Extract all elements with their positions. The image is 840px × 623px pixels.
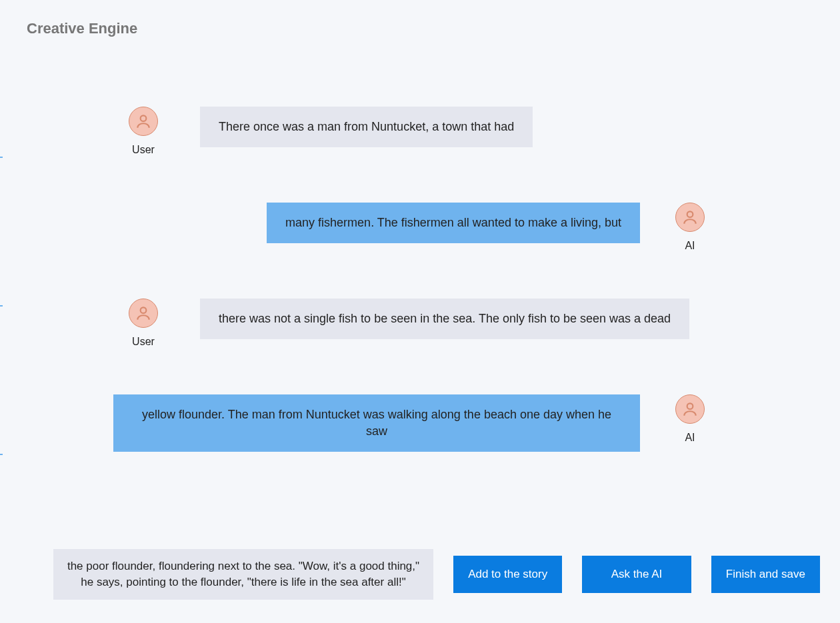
svg-point-3	[687, 403, 693, 409]
ai-avatar-icon	[675, 394, 705, 424]
message-ai: yellow flounder. The man from Nuntucket …	[113, 394, 720, 452]
footer-bar: the poor flounder, floundering next to t…	[53, 549, 820, 600]
avatar-label-ai: AI	[685, 432, 695, 444]
avatar-label-user: User	[132, 336, 155, 348]
svg-point-0	[141, 115, 147, 121]
ask-ai-button[interactable]: Ask the AI	[582, 556, 691, 593]
message-user: User There once was a man from Nuntucket…	[113, 107, 720, 156]
svg-point-1	[687, 211, 693, 217]
svg-point-2	[141, 307, 147, 313]
avatar-label-user: User	[132, 144, 155, 156]
app-title: Creative Engine	[27, 20, 137, 37]
message-bubble: There once was a man from Nuntucket, a t…	[200, 107, 533, 147]
story-input[interactable]: the poor flounder, floundering next to t…	[53, 549, 433, 600]
avatar-label-ai: AI	[685, 240, 695, 252]
user-avatar-icon	[129, 107, 158, 136]
add-to-story-button[interactable]: Add to the story	[453, 556, 562, 593]
avatar-block-ai: AI	[660, 394, 720, 444]
message-bubble: many fishermen. The fishermen all wanted…	[267, 203, 640, 243]
avatar-block-user: User	[113, 299, 173, 348]
ai-avatar-icon	[675, 203, 705, 232]
conversation-area: User There once was a man from Nuntucket…	[0, 107, 840, 498]
message-bubble: yellow flounder. The man from Nuntucket …	[113, 394, 640, 452]
message-user: User there was not a single fish to be s…	[113, 299, 720, 348]
user-avatar-icon	[129, 299, 158, 328]
message-ai: many fishermen. The fishermen all wanted…	[113, 203, 720, 252]
avatar-block-ai: AI	[660, 203, 720, 252]
avatar-block-user: User	[113, 107, 173, 156]
message-bubble: there was not a single fish to be seen i…	[200, 299, 689, 339]
finish-save-button[interactable]: Finish and save	[711, 556, 820, 593]
